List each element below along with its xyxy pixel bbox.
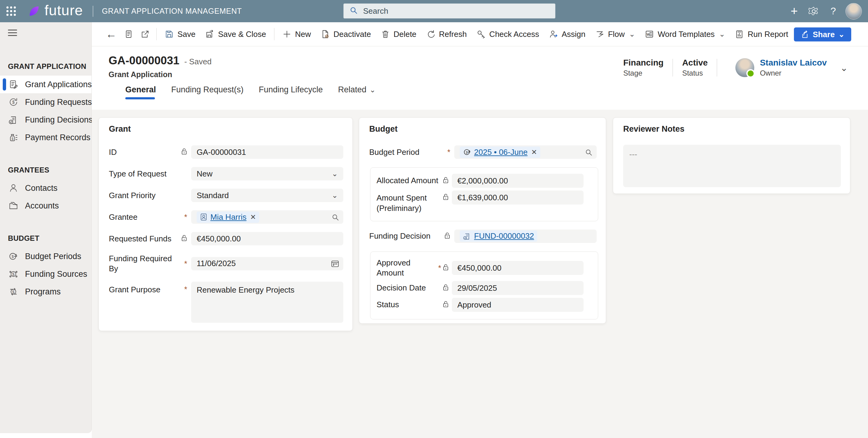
run-report-button[interactable]: Run Report ⌄ [730, 26, 803, 42]
funding-decision-summary-box: Approved Amount * €450,000.00 Decision D… [370, 251, 598, 320]
svg-text:$: $ [12, 289, 14, 294]
field-row-amount-spent: Amount Spent (Preliminary) €1,639,000.00 [376, 190, 591, 214]
sidebar-item-label: Programs [25, 287, 61, 296]
sidebar-item-label: Contacts [25, 184, 58, 193]
global-search-box[interactable] [343, 3, 556, 19]
contact-card-icon [200, 213, 208, 221]
tab-general[interactable]: General [125, 85, 156, 99]
type-of-request-dropdown[interactable]: New⌄ [191, 167, 343, 181]
sidebar-item-contacts[interactable]: Contacts [0, 179, 91, 197]
tab-funding-lifecycle[interactable]: Funding Lifecycle [259, 85, 323, 99]
open-in-new-window-button[interactable] [137, 26, 153, 42]
field-row-type-of-request: Type of Request New⌄ [109, 167, 343, 181]
lock-icon [444, 232, 450, 240]
pie-coin-icon: $ [8, 251, 19, 262]
funding-decision-chip: FUND-00000032 [460, 230, 537, 242]
popout-icon [141, 30, 150, 39]
back-button[interactable]: ← [102, 26, 120, 42]
share-icon [801, 30, 809, 39]
grant-priority-dropdown[interactable]: Standard⌄ [191, 189, 343, 202]
budget-period-summary-box: Allocated Amount €2,000,000.00 Amount Sp… [370, 167, 598, 221]
sidebar-item-programs[interactable]: $ Programs [0, 283, 91, 301]
sidebar-item-funding-requests[interactable]: $ Funding Requests [0, 93, 91, 111]
reviewer-notes-card: Reviewer Notes --- [613, 117, 850, 194]
remove-chip-icon[interactable]: ✕ [531, 149, 537, 156]
recurring-funds-icon: $ [8, 286, 19, 297]
brand-logo[interactable]: future [27, 4, 83, 19]
user-avatar[interactable] [845, 3, 862, 20]
assign-button[interactable]: Assign [544, 26, 590, 42]
share-button[interactable]: Share ⌄ [794, 27, 851, 41]
funding-required-by-date-field[interactable]: 11/06/2025 [191, 257, 343, 270]
save-button[interactable]: Save [160, 26, 200, 42]
chevron-down-icon[interactable]: ⌄ [719, 30, 725, 38]
settings-gear-icon[interactable] [804, 0, 824, 22]
deactivate-button[interactable]: Deactivate [316, 26, 376, 42]
required-asterisk: * [184, 260, 187, 268]
budget-period-chip: $ 2025 • 06-June ✕ [460, 147, 540, 158]
sidebar-item-label: Budget Periods [25, 252, 82, 261]
status-block: Active Status [682, 58, 708, 77]
field-row-status: Status Approved [376, 298, 591, 312]
field-row-funding-required-by: Funding Required By * 11/06/2025 [109, 254, 343, 273]
remove-chip-icon[interactable]: ✕ [250, 214, 256, 221]
section-title-budget: Budget [369, 124, 597, 134]
grant-purpose-textarea[interactable]: Renewable Energy Projects [191, 282, 343, 323]
grantee-chip: Mia Harris ✕ [197, 212, 259, 223]
sidebar-item-funding-sources[interactable]: $ Funding Sources [0, 265, 91, 283]
chevron-down-icon[interactable]: ⌄ [332, 191, 338, 200]
stage-label: Stage [623, 69, 663, 77]
chevron-down-icon[interactable]: ⌄ [838, 30, 844, 39]
tab-funding-requests[interactable]: Funding Request(s) [172, 85, 244, 99]
new-button[interactable]: New [277, 26, 316, 42]
sidebar-item-accounts[interactable]: Accounts [0, 197, 91, 215]
funding-decision-link[interactable]: FUND-00000032 [474, 231, 534, 241]
word-templates-button[interactable]: W Word Templates ⌄ [640, 26, 730, 42]
owner-name-link[interactable]: Stanislav Laicov [760, 58, 827, 68]
budget-period-lookup-field[interactable]: $ 2025 • 06-June ✕ [454, 146, 597, 159]
grantee-lookup-field[interactable]: Mia Harris ✕ [191, 210, 343, 224]
lookup-search-icon[interactable] [585, 148, 593, 159]
owner-avatar[interactable] [735, 58, 754, 77]
check-access-button[interactable]: Check Access [472, 26, 544, 42]
amount-spent-field: €1,639,000.00 [452, 190, 584, 205]
search-input[interactable] [363, 6, 544, 16]
calendar-icon[interactable] [331, 259, 340, 270]
sidebar-item-payment-records[interactable]: $ Payment Records [0, 129, 91, 146]
funding-decision-lookup-field: FUND-00000032 [454, 229, 597, 243]
tab-related[interactable]: Related⌄ [338, 85, 376, 99]
lookup-search-icon[interactable] [331, 213, 340, 224]
sidebar-item-funding-decisions[interactable]: Funding Decisions [0, 111, 91, 129]
grantee-link[interactable]: Mia Harris [210, 213, 246, 222]
sidebar-item-budget-periods[interactable]: $ Budget Periods [0, 248, 91, 265]
svg-text:W: W [647, 33, 650, 36]
header-expand-chevron-icon[interactable]: ⌄ [840, 62, 848, 73]
save-and-close-button[interactable]: Save & Close [200, 26, 271, 42]
flow-button[interactable]: Flow ⌄ [590, 26, 640, 42]
id-field: GA-00000031 [191, 146, 343, 159]
refresh-button[interactable]: Refresh [421, 26, 472, 42]
section-title-grant: Grant [109, 124, 343, 134]
section-title-reviewer-notes: Reviewer Notes [623, 124, 841, 134]
show-form-navigation-button[interactable] [120, 26, 137, 42]
chevron-down-icon[interactable]: ⌄ [332, 169, 338, 178]
required-asterisk: * [184, 285, 187, 293]
sidebar-collapse-hamburger-icon[interactable] [8, 30, 17, 36]
reviewer-notes-textarea[interactable]: --- [623, 145, 841, 187]
top-navigation-bar: future GRANT APPLICATION MANAGEMENT + ? [0, 0, 868, 22]
field-row-grant-purpose: Grant Purpose * Renewable Energy Project… [109, 282, 343, 323]
required-asterisk: * [184, 213, 187, 221]
delete-button[interactable]: Delete [376, 26, 421, 42]
sidebar-item-grant-applications[interactable]: Grant Applications [0, 75, 91, 93]
topbar-actions: + ? [784, 0, 865, 22]
header-divider [717, 59, 717, 76]
sidebar-section-budget: BUDGET [8, 234, 91, 243]
svg-text:$: $ [11, 137, 13, 140]
help-icon[interactable]: ? [824, 0, 843, 22]
app-launcher-waffle-icon[interactable] [0, 0, 22, 22]
quick-create-plus-icon[interactable]: + [784, 0, 804, 22]
budget-period-link[interactable]: 2025 • 06-June [474, 148, 527, 157]
plus-icon [282, 30, 291, 39]
chevron-down-icon[interactable]: ⌄ [629, 30, 635, 38]
record-header: GA-00000031 - Saved Grant Application Fi… [92, 46, 868, 102]
